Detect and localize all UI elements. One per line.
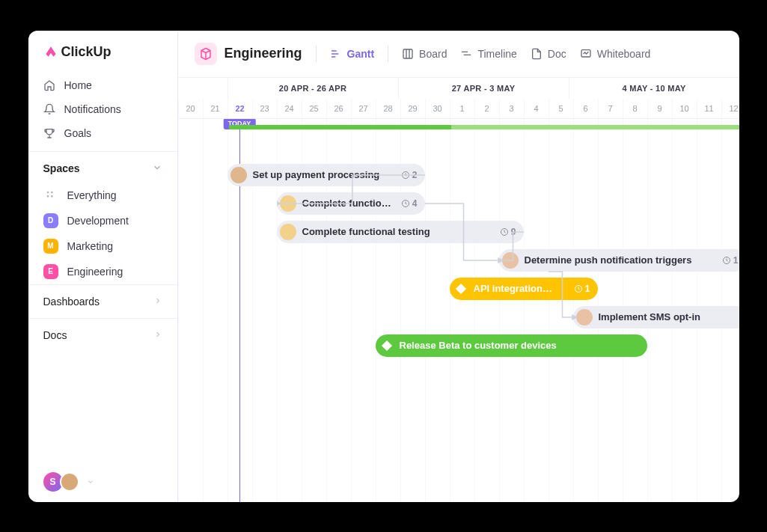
dependency-connector (546, 269, 579, 320)
doc-icon (531, 48, 543, 60)
view-tab-timeline[interactable]: Timeline (460, 48, 516, 60)
home-icon (43, 79, 55, 91)
day-header: 1 (450, 99, 474, 118)
day-header: 30 (425, 99, 450, 118)
day-header: 3 (499, 99, 524, 118)
day-header: 5 (548, 99, 573, 118)
bell-icon (43, 103, 55, 115)
svg-point-2 (46, 195, 49, 198)
day-header: 24 (277, 99, 302, 118)
assignee-avatar (280, 224, 296, 240)
dependency-connector (499, 229, 527, 263)
day-header: 2 (474, 99, 499, 118)
view-tab-gantt[interactable]: Gantt (330, 48, 375, 60)
trophy-icon (43, 127, 55, 139)
whiteboard-icon (580, 48, 592, 60)
task-label: Implement SMS opt-in (599, 311, 739, 322)
cube-icon (195, 43, 217, 65)
brand-logo[interactable]: ClickUp (28, 44, 177, 73)
dependency-connector (277, 172, 428, 207)
week-header: 4 MAY - 10 MAY (569, 78, 739, 99)
day-header: 6 (573, 99, 598, 118)
space-item-label: Engineering (67, 266, 123, 278)
dashboards-label: Dashboards (43, 296, 100, 308)
task-bar[interactable]: Determine push notification triggers1 (499, 249, 739, 272)
nav-notifications[interactable]: Notifications (28, 97, 177, 121)
dependency-connector (422, 201, 505, 263)
space-title[interactable]: Engineering (195, 43, 302, 65)
gantt-icon (330, 48, 342, 60)
day-header: 27 (351, 99, 376, 118)
app-window: ClickUp Home Notifications Goals Spaces … (28, 31, 739, 502)
board-icon (402, 48, 414, 60)
spaces-list: DDevelopmentMMarketingEEngineering (28, 208, 177, 284)
week-header: 20 APR - 26 APR (227, 78, 398, 99)
space-everything[interactable]: Everything (28, 183, 177, 208)
svg-rect-4 (403, 49, 412, 58)
space-item-label: Marketing (67, 240, 113, 252)
member-avatar[interactable] (60, 472, 79, 492)
view-tab-doc[interactable]: Doc (531, 48, 566, 60)
overall-progress-fill (229, 125, 451, 129)
day-header: 10 (672, 99, 697, 118)
sidebar: ClickUp Home Notifications Goals Spaces … (28, 31, 178, 502)
everything-icon (43, 188, 58, 203)
day-header: 11 (697, 99, 721, 118)
view-tab-whiteboard[interactable]: Whiteboard (580, 48, 651, 60)
chevron-down-icon[interactable] (87, 475, 94, 489)
timeline-icon (460, 48, 472, 60)
day-header: 8 (623, 99, 647, 118)
nav-home-label: Home (64, 79, 92, 91)
task-bar[interactable]: Release Beta to customer devices (376, 334, 647, 357)
week-header: 27 APR - 3 MAY (398, 78, 569, 99)
chevron-right-icon (153, 329, 162, 341)
timeline-header: 20 APR - 26 APR27 APR - 3 MAY4 MAY - 10 … (178, 78, 739, 119)
divider (316, 46, 317, 62)
divider (388, 46, 388, 62)
week-row: 20 APR - 26 APR27 APR - 3 MAY4 MAY - 10 … (178, 78, 739, 99)
subtask-count: 1 (722, 255, 739, 266)
task-label: Release Beta to customer devices (400, 340, 640, 351)
day-header: 23 (252, 99, 277, 118)
day-header: 28 (376, 99, 400, 118)
main-content: Engineering Gantt Board Timeline Doc (178, 31, 739, 502)
day-header: 25 (302, 99, 326, 118)
space-badge: E (43, 264, 58, 279)
brand-name: ClickUp (61, 44, 111, 60)
spaces-header[interactable]: Spaces (28, 151, 177, 183)
day-header: 12 (721, 99, 739, 118)
view-tab-gantt-label: Gantt (347, 48, 375, 60)
space-everything-label: Everything (67, 189, 117, 201)
day-header: 9 (647, 99, 672, 118)
view-tab-board[interactable]: Board (402, 48, 447, 60)
nav-goals-label: Goals (64, 127, 92, 139)
space-badge: M (43, 239, 58, 254)
space-item-marketing[interactable]: MMarketing (28, 233, 177, 259)
day-header: 4 (524, 99, 548, 118)
gantt-chart[interactable]: TODAYSet up payment processing2Complete … (178, 119, 739, 502)
svg-point-3 (51, 195, 53, 198)
task-bar[interactable]: Implement SMS opt-in (573, 306, 739, 328)
day-header: 22 (227, 99, 252, 118)
user-avatar-letter: S (49, 477, 55, 487)
milestone-icon (381, 340, 391, 350)
docs-section[interactable]: Docs (28, 318, 177, 352)
sidebar-footer: S (28, 472, 177, 492)
assignee-avatar (230, 167, 247, 183)
day-header: 26 (326, 99, 351, 118)
spaces-header-label: Spaces (43, 162, 80, 174)
task-label: Determine push notification triggers (525, 254, 716, 266)
space-item-label: Development (67, 215, 129, 227)
day-header: 20 (178, 99, 203, 118)
view-tab-whiteboard-label: Whiteboard (597, 48, 651, 60)
nav-home[interactable]: Home (28, 73, 177, 97)
dashboards-section[interactable]: Dashboards (28, 284, 177, 318)
nav-goals[interactable]: Goals (28, 121, 177, 145)
clickup-logo-icon (43, 44, 58, 59)
view-tab-board-label: Board (419, 48, 447, 60)
day-row: 2021222324252627282930123456789101112 (178, 99, 739, 118)
day-header: 29 (400, 99, 425, 118)
space-item-engineering[interactable]: EEngineering (28, 259, 177, 284)
space-item-development[interactable]: DDevelopment (28, 208, 177, 233)
docs-label: Docs (43, 329, 67, 341)
